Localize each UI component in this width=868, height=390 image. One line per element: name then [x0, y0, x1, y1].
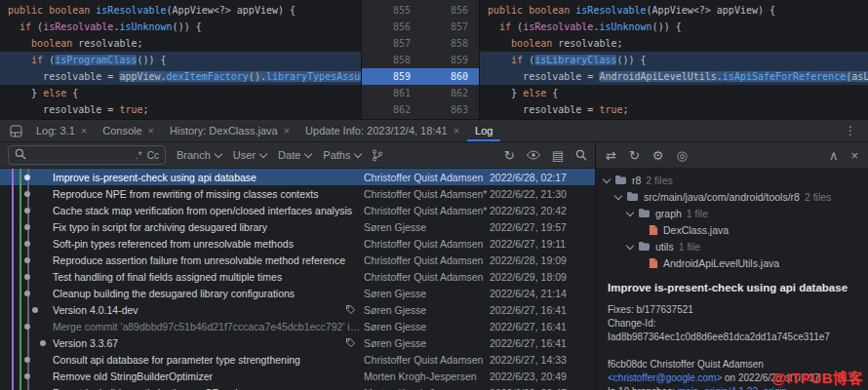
changed-files-tree: r82 filessrc/main/java/com/android/tools… [596, 169, 868, 271]
line-number: 858 [362, 52, 419, 68]
commit-node [24, 373, 30, 379]
tag-icon [345, 304, 356, 315]
tree-item-androidapilevelutils-java[interactable]: AndroidApiLevelUtils.java [596, 254, 868, 271]
commit-message-cell: Cleanup building the desugared library c… [53, 288, 364, 299]
tree-item-label: src/main/java/com/android/tools/r8 [644, 191, 800, 203]
commit-message: Version 3.3.67 [53, 337, 118, 349]
tree-item-r8[interactable]: r82 files [596, 172, 868, 188]
commit-row[interactable]: Merge commit 'a89dbbd97c51b46d21f7cccaca… [0, 318, 595, 334]
tab-label: Update Info: 2023/12/4, 18:41 [305, 125, 448, 136]
commit-node [24, 274, 30, 280]
commit-node [24, 291, 30, 296]
commit-row[interactable]: Cleanup building the desugared library c… [0, 285, 595, 301]
chevron-down-icon [626, 208, 634, 215]
find-icon[interactable] [575, 149, 587, 162]
commit-body-line: Change-Id: Iad8b987364ec1c0d8d6ee81dca2d… [608, 317, 856, 344]
commit-graph-cell [0, 334, 53, 351]
tree-item-dexclass-java[interactable]: DexClass.java [596, 221, 868, 238]
log-search-field[interactable]: .* Cc [8, 145, 166, 165]
swap-sides-icon[interactable]: ⇄ [606, 149, 616, 162]
tab-label: Log [475, 125, 493, 136]
tree-item-src-main-java-com-android-tools-r8[interactable]: src/main/java/com/android/tools/r82 file… [596, 188, 868, 205]
branch-icon[interactable] [372, 149, 383, 162]
eye-icon[interactable] [527, 149, 540, 162]
commit-date: 2022/6/27, 14:33 [490, 354, 595, 366]
commit-message-cell: Remove old StringBuilderOptimizer [53, 370, 364, 382]
filter-paths[interactable]: Paths [323, 149, 361, 161]
commit-list[interactable]: Improve is-present-check using api datab… [0, 169, 596, 390]
filter-branch[interactable]: Branch [177, 149, 221, 161]
details-toolbar-icons: ⇄↻⚙◎ [606, 149, 688, 162]
commit-message: Improve is-present-check using api datab… [53, 172, 256, 183]
commit-message: Cache stack map verification from open/c… [53, 205, 352, 216]
log-content: Improve is-present-check using api datab… [0, 169, 868, 390]
log-toolbar-icons [372, 149, 383, 162]
diff-right-pane[interactable]: public boolean isResolvable(AppView<?> a… [480, 0, 868, 119]
commit-row[interactable]: Soft-pin types referenced from unresolva… [0, 235, 595, 252]
commit-date: 2022/6/29, 18:09 [490, 271, 595, 283]
commit-author: Morten Krogh-Jespersen [364, 370, 490, 382]
settings-icon[interactable]: ⚙ [652, 149, 664, 162]
close-icon[interactable]: × [454, 126, 459, 136]
commit-message: Test handling of final fields assigned m… [53, 271, 282, 283]
commit-hash: f6cb08dc [608, 359, 648, 370]
diff-view: public boolean isResolvable(AppView<?> a… [0, 0, 868, 120]
tab-update-info-2023-12-4-18-41[interactable]: Update Info: 2023/12/4, 18:41× [297, 120, 467, 141]
commit-row[interactable]: Improve is-present-check using api datab… [0, 169, 595, 185]
tree-item-graph[interactable]: graph1 file [596, 205, 868, 221]
commit-author-email[interactable]: <christoffer@google.com> [608, 372, 722, 383]
commit-row[interactable]: Reproduce NPE from rewriting of missing … [0, 185, 595, 202]
filter-user[interactable]: User [233, 149, 266, 161]
close-icon[interactable]: × [81, 126, 87, 136]
commit-graph-cell [0, 185, 53, 202]
refresh-icon[interactable]: ↻ [629, 149, 640, 162]
tree-item-label: DexClass.java [663, 224, 729, 236]
commit-author-name: Christoffer Quist Adamsen [650, 359, 764, 370]
commit-message: Reproduce NPE from rewriting of missing … [53, 188, 319, 200]
locate-icon[interactable]: ◎ [676, 149, 687, 162]
commit-row[interactable]: Version 4.0.14-devSøren Gjesse2022/6/27,… [0, 301, 595, 318]
diff-line-numbers: 855856 [362, 2, 479, 19]
commit-row[interactable]: Remove old StringBuilderOptimizerMorten … [0, 368, 595, 384]
diff-left-pane[interactable]: public boolean isResolvable(AppView<?> a… [0, 0, 361, 119]
tree-item-utils[interactable]: utils1 file [596, 238, 868, 254]
tab-log-3-1[interactable]: Log: 3.1× [28, 120, 95, 141]
more-options-icon[interactable]: ⋮ [839, 124, 862, 137]
commit-date: 2022/6/22, 21:30 [490, 188, 595, 200]
tab-history-dexclass-java[interactable]: History: DexClass.java× [162, 120, 297, 141]
match-case-toggle[interactable]: Cc [147, 150, 159, 161]
preview-layout-icon[interactable]: ▤ [552, 149, 564, 162]
close-icon[interactable]: × [284, 126, 290, 136]
commit-row[interactable]: Reproduce assertion failure from unresol… [0, 252, 595, 268]
regex-toggle[interactable]: .* [136, 150, 142, 161]
commit-row[interactable]: Test handling of final fields assigned m… [0, 268, 595, 285]
collapse-icon[interactable]: ∧ [829, 149, 839, 162]
commit-node [24, 175, 30, 180]
ide-window: public boolean isResolvable(AppView<?> a… [0, 0, 868, 390]
search-input[interactable] [31, 148, 131, 162]
commit-row[interactable]: Consult api database for parameter type … [0, 351, 595, 368]
close-icon[interactable]: × [148, 126, 154, 136]
commit-date: 2022/6/27, 16:41 [490, 304, 595, 316]
tab-log[interactable]: Log [467, 120, 500, 141]
code-line: if (isLibraryClass()) { [480, 52, 868, 68]
commit-date: 2022/6/27, 16:41 [490, 321, 595, 332]
commit-row[interactable]: Version 3.3.67Søren Gjesse2022/6/27, 16:… [0, 334, 595, 351]
filter-date[interactable]: Date [278, 149, 311, 161]
commit-message-cell: Run stringbuilder optimization on CF cod… [53, 387, 364, 390]
commit-graph-cell [0, 268, 53, 285]
commit-date: 2022/6/23, 20:49 [490, 370, 595, 382]
close-icon[interactable]: × [850, 149, 858, 162]
commit-row[interactable]: Run stringbuilder optimization on CF cod… [0, 384, 595, 390]
folder-icon [638, 241, 651, 252]
tool-window-icon[interactable] [6, 125, 26, 137]
file-icon [649, 224, 658, 236]
commit-row[interactable]: Fix typo in script for archiving desugar… [0, 218, 595, 235]
commit-author: Søren Gjesse [364, 304, 490, 316]
refresh-icon[interactable]: ↻ [504, 149, 515, 162]
commit-author: Søren Gjesse [364, 337, 490, 349]
commit-row[interactable]: Cache stack map verification from open/c… [0, 202, 595, 218]
tab-console[interactable]: Console× [95, 120, 162, 141]
commit-title: Improve is-present-check using api datab… [608, 281, 856, 294]
tree-item-label: AndroidApiLevelUtils.java [663, 257, 779, 269]
